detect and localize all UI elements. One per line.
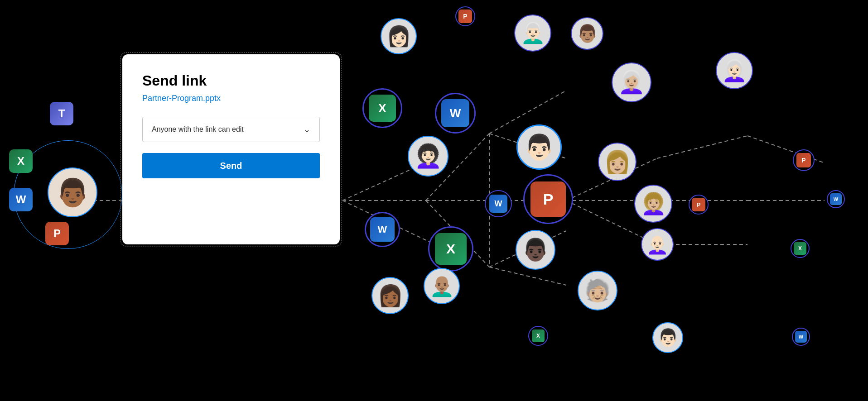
person-node-4: 👩🏻‍🦱 [408,136,448,177]
scene: T X W P 👨🏾 Send link Partner-Program.ppt… [0,0,868,401]
app-node-excel-5: X [528,326,548,346]
app-node-ppt-2: P [523,174,573,224]
person-node-2: 👨🏻‍🦳 [514,14,551,52]
person-node-12: 👩🏼‍🦳 [612,62,651,102]
app-node-ppt-4: P [793,149,815,171]
chevron-down-icon: ⌄ [304,124,310,134]
person-node-9: 👨🏽‍🦲 [424,268,460,304]
app-badge-word[interactable]: W [9,188,33,211]
avatar-left-center: 👨🏾 [48,167,97,217]
person-node-13: 👩🏻‍🦳 [716,52,753,89]
app-node-ppt-3: P [689,195,709,215]
person-node-7: 👩🏼‍🦱 [634,185,672,223]
person-node-5: 👨🏻 [516,124,562,170]
permission-text: Anyone with the link can edit [152,125,244,134]
person-node-10: 👩🏾 [371,277,409,314]
dialog-title: Send link [142,72,320,89]
app-node-excel-4: X [791,239,810,258]
send-button[interactable]: Send [142,153,320,178]
person-node-3: 👨🏽 [571,17,603,50]
app-node-word-1: W [435,93,476,134]
app-badge-ppt[interactable]: P [45,222,69,245]
app-node-word-5: W [792,328,810,346]
person-node-15: 👨🏻 [652,322,683,353]
person-node-14: 👩🏻‍🦲 [641,228,674,261]
dialog-filename[interactable]: Partner-Program.pptx [142,94,320,103]
person-node-8: 👨🏿 [516,230,555,270]
person-node-1: 👩🏻 [381,18,417,54]
app-node-word-4: W [827,190,845,208]
app-node-word-2: W [485,190,512,217]
app-badge-excel[interactable]: X [9,149,33,173]
person-node-11: 🧓🏼 [578,271,617,310]
person-node-6: 👩🏼 [598,143,637,181]
permission-dropdown[interactable]: Anyone with the link can edit ⌄ [142,117,320,142]
app-node-word-3: W [365,212,400,247]
app-node-excel-3: X [428,226,473,272]
app-node-excel-1: X [362,88,402,128]
app-node-ppt-1: P [455,6,475,26]
dialog-card: Send link Partner-Program.pptx Anyone wi… [122,54,340,244]
app-badge-teams[interactable]: T [50,102,73,125]
